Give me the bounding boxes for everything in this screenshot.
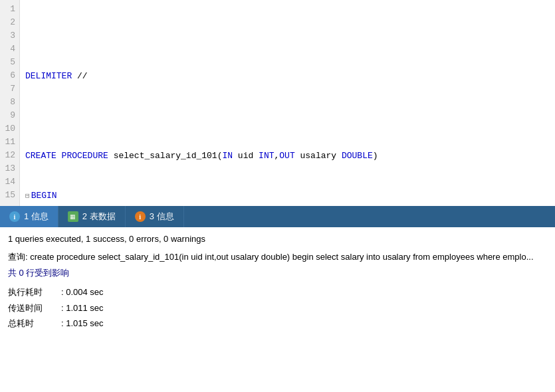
timing-value-1: : 0.004 sec [61, 284, 104, 300]
proc-name: select_salary_id_101( [114, 149, 223, 163]
kw-double: DOUBLE [342, 149, 373, 163]
code-line-1 [25, 29, 550, 43]
output-affected: 共 0 行受到影响 [8, 267, 547, 279]
keyword-delimiter: DELIMITER [25, 70, 77, 83]
kw-int: INT [259, 149, 274, 163]
kw-out: OUT [279, 149, 294, 163]
output-timing: 执行耗时 : 0.004 sec 传送时间 : 1.011 sec 总耗时 : … [8, 284, 547, 331]
tab-info-label: 1 信息 [24, 211, 49, 223]
kw-procedure: PROCEDURE [62, 149, 114, 163]
tab-table[interactable]: ▦ 2 表数据 [58, 206, 126, 227]
tab-info2-label: 3 信息 [150, 211, 174, 223]
fold-marker[interactable]: ⊟ [25, 191, 30, 202]
code-content[interactable]: DELIMITER // CREATE PROCEDURE select_sal… [20, 0, 555, 206]
kw-create: CREATE [25, 149, 62, 163]
timing-label-1: 执行耗时 [8, 284, 61, 300]
timing-row-3: 总耗时 : 1.015 sec [8, 316, 547, 331]
query-text: create procedure select_salary_id_101(in… [30, 252, 533, 262]
timing-value-3: : 1.015 sec [61, 316, 104, 331]
timing-row-1: 执行耗时 : 0.004 sec [8, 284, 547, 300]
code-line-5: ⊟BEGIN [25, 189, 550, 203]
editor-area[interactable]: 1 2 3 4 5 6 7 8 9 10 11 12 13 14 15 DELI… [0, 0, 555, 206]
output-query: 查询: create procedure select_salary_id_10… [8, 250, 547, 264]
info-icon: i [9, 211, 20, 222]
timing-label-3: 总耗时 [8, 316, 61, 331]
code-line-2: DELIMITER // [25, 70, 550, 83]
kw-in: IN [222, 149, 233, 163]
timing-value-2: : 1.011 sec [61, 300, 104, 316]
table-icon: ▦ [68, 211, 78, 222]
tab-info[interactable]: i 1 信息 [0, 206, 58, 227]
timing-row-2: 传送时间 : 1.011 sec [8, 300, 547, 316]
tab-bar: i 1 信息 ▦ 2 表数据 i 3 信息 [0, 206, 555, 227]
line-numbers: 1 2 3 4 5 6 7 8 9 10 11 12 13 14 15 [0, 0, 20, 206]
code-line-4: CREATE PROCEDURE select_salary_id_101(IN… [25, 149, 550, 163]
query-label: 查询: [8, 252, 30, 262]
output-area: 1 queries executed, 1 success, 0 errors,… [0, 227, 555, 392]
delimiter-value: // [77, 70, 88, 83]
tab-table-label: 2 表数据 [82, 211, 116, 223]
tab-info2[interactable]: i 3 信息 [126, 206, 184, 227]
code-line-3 [25, 110, 550, 123]
kw-begin: BEGIN [31, 189, 57, 203]
output-summary: 1 queries executed, 1 success, 0 errors,… [8, 233, 547, 246]
timing-label-2: 传送时间 [8, 300, 61, 316]
info2-icon: i [135, 211, 146, 222]
output-section: 1 queries executed, 1 success, 0 errors,… [0, 227, 555, 392]
